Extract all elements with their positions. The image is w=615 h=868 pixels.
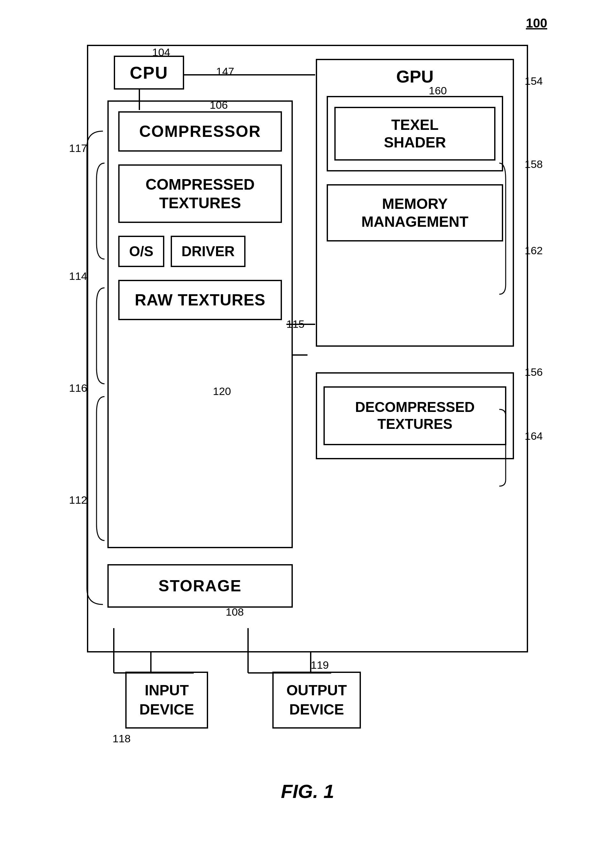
ref-156: 156 bbox=[524, 366, 543, 378]
figure-label: FIG. 1 bbox=[87, 780, 528, 802]
diagram-wrapper: 100 CPU 104 147 COM bbox=[68, 13, 547, 802]
compressed-textures-box: COMPRESSEDTEXTURES bbox=[118, 164, 282, 223]
driver-box: DRIVER bbox=[171, 236, 245, 267]
memory-management-label: MEMORYMANAGEMENT bbox=[334, 195, 495, 230]
ref-106: 106 bbox=[210, 99, 228, 111]
ref-164: 164 bbox=[524, 430, 543, 442]
compressed-textures-label: COMPRESSEDTEXTURES bbox=[126, 175, 274, 212]
ref-160: 160 bbox=[429, 84, 447, 97]
storage-label: STORAGE bbox=[159, 577, 242, 595]
os-label: O/S bbox=[129, 243, 153, 259]
compressor-box: COMPRESSOR bbox=[118, 111, 282, 152]
decompressed-textures-box: DECOMPRESSEDTEXTURES bbox=[316, 372, 514, 459]
ref-115: 115 bbox=[286, 318, 304, 330]
texel-shader-inner: TEXELSHADER bbox=[334, 107, 495, 161]
ref-108: 108 bbox=[226, 606, 244, 618]
ref-120: 120 bbox=[213, 385, 231, 397]
cpu-label: CPU bbox=[130, 63, 168, 82]
ref-162: 162 bbox=[524, 244, 543, 257]
os-box: O/S bbox=[118, 236, 164, 267]
gpu-label: GPU bbox=[327, 67, 503, 86]
memory-management-box: MEMORYMANAGEMENT bbox=[327, 184, 503, 241]
driver-label: DRIVER bbox=[181, 243, 235, 259]
ref-158: 158 bbox=[524, 158, 543, 170]
ref-114: 114 bbox=[69, 270, 87, 282]
figure-number: 100 bbox=[526, 16, 547, 30]
compressor-label: COMPRESSOR bbox=[139, 122, 261, 141]
raw-textures-label: RAW TEXTURES bbox=[134, 291, 265, 309]
system-box: COMPRESSOR COMPRESSEDTEXTURES O/S DRIVER… bbox=[108, 100, 293, 548]
texel-shader-label: TEXELSHADER bbox=[342, 116, 488, 151]
main-outer-box: CPU 104 147 COMPRESSOR COMPRESSEDTEXTURE… bbox=[87, 45, 528, 652]
ref-116: 116 bbox=[69, 382, 87, 394]
decompressed-label: DECOMPRESSEDTEXTURES bbox=[331, 399, 499, 433]
devices-area: INPUTDEVICE 118 OUTPUTDEVICE 119 bbox=[87, 652, 528, 774]
gpu-outer-box: GPU TEXELSHADER MEMORYMANAGEMENT bbox=[316, 59, 514, 347]
ref-112: 112 bbox=[69, 494, 87, 506]
os-driver-row: O/S DRIVER bbox=[118, 236, 282, 267]
device-connections bbox=[87, 652, 528, 774]
raw-textures-box: RAW TEXTURES bbox=[118, 280, 282, 320]
ref-154: 154 bbox=[524, 75, 543, 87]
ref-147: 147 bbox=[216, 65, 234, 78]
cpu-box: CPU bbox=[114, 56, 184, 89]
decompressed-inner: DECOMPRESSEDTEXTURES bbox=[323, 386, 506, 445]
ref-117: 117 bbox=[69, 142, 87, 155]
storage-box: STORAGE bbox=[108, 564, 293, 608]
texel-shader-box: TEXELSHADER bbox=[327, 96, 503, 171]
